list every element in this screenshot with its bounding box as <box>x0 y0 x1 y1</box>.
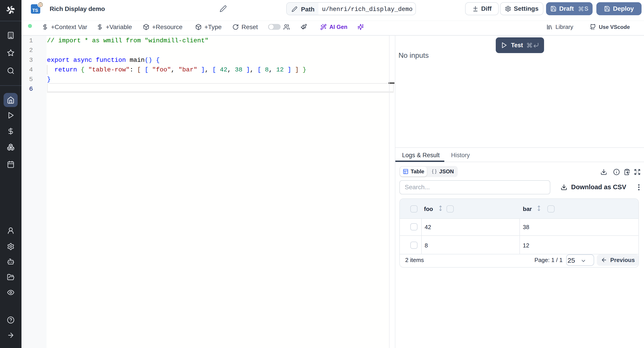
svg-text:TS: TS <box>32 8 38 13</box>
